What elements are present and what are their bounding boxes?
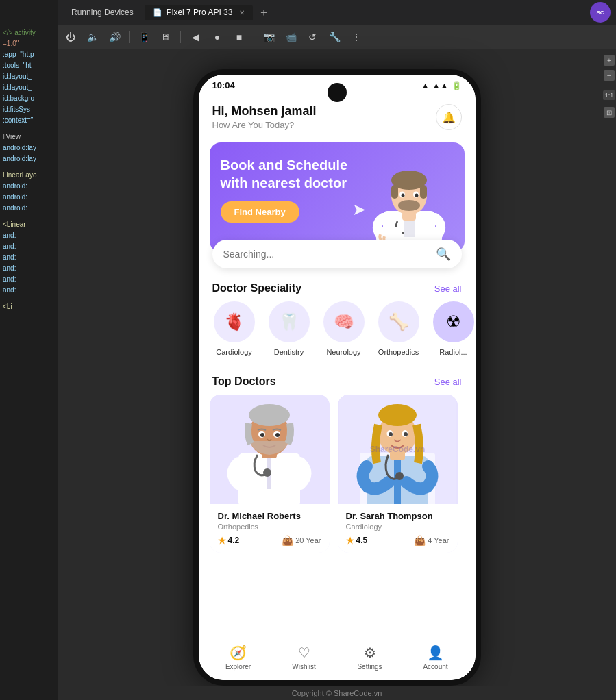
volume-down-button[interactable]: 🔈 bbox=[85, 29, 100, 45]
greeting-sub: How Are You Today? bbox=[212, 120, 317, 130]
search-bar[interactable]: 🔍 bbox=[212, 240, 462, 268]
search-icon[interactable]: 🔍 bbox=[436, 247, 451, 262]
dentistry-label: Dentistry bbox=[274, 348, 304, 356]
fold-button[interactable]: 📱 bbox=[136, 29, 151, 45]
doctor-card-michael[interactable]: Dr. Michael Roberts Orthopedics ★ 4.2 👜 … bbox=[210, 395, 330, 553]
dentistry-icon[interactable]: 🦷 bbox=[269, 301, 310, 342]
unfold-button[interactable]: 🖥 bbox=[158, 29, 173, 45]
doctor-sarah-spec: Cardiology bbox=[346, 523, 449, 531]
svg-rect-13 bbox=[402, 212, 416, 221]
speciality-neurology[interactable]: 🧠 Neurology bbox=[319, 301, 369, 356]
doctor-michael-image bbox=[210, 395, 330, 504]
back-button[interactable]: ◀ bbox=[188, 29, 203, 45]
doctors-see-all[interactable]: See all bbox=[434, 377, 462, 387]
doctor-michael-name: Dr. Michael Roberts bbox=[218, 511, 321, 521]
find-nearby-button[interactable]: Find Nearby bbox=[221, 201, 299, 223]
doctor-sarah-info: Dr. Sarah Thompson Cardiology ★ 4.5 👜 4 … bbox=[338, 504, 458, 553]
recents-button[interactable]: ■ bbox=[232, 29, 247, 45]
doctor-sarah-image: ShareCode.vn bbox=[338, 395, 458, 504]
ide-sidebar: </> activity =1.0" :app="http :tools="ht… bbox=[0, 0, 58, 700]
separator3 bbox=[254, 31, 254, 43]
neurology-icon[interactable]: 🧠 bbox=[323, 301, 365, 342]
greeting-name: Hi, Mohsen jamali bbox=[212, 104, 317, 118]
radiology-icon[interactable]: ☢ bbox=[433, 301, 474, 342]
promo-banner: Book and Schedule with nearest doctor Fi… bbox=[210, 142, 465, 252]
speciality-dentistry[interactable]: 🦷 Dentistry bbox=[264, 301, 314, 356]
speciality-see-all[interactable]: See all bbox=[434, 284, 462, 294]
greeting-section: Hi, Mohsen jamali How Are You Today? bbox=[212, 104, 317, 130]
explorer-icon: 🧭 bbox=[230, 645, 247, 661]
doctor-michael-exp: 👜 20 Year bbox=[282, 535, 321, 546]
settings-nav-label: Settings bbox=[357, 663, 382, 671]
speciality-cardiology[interactable]: 🫀 Cardiology bbox=[210, 301, 259, 356]
tab-add-button[interactable]: ＋ bbox=[258, 5, 269, 20]
power-button[interactable]: ⏻ bbox=[63, 29, 78, 45]
svg-rect-7 bbox=[420, 185, 427, 199]
battery-icon: 🔋 bbox=[452, 81, 462, 90]
video-button[interactable]: 📹 bbox=[283, 29, 298, 45]
wifi-icon: ▲ bbox=[421, 81, 430, 90]
app-content: Hi, Mohsen jamali How Are You Today? 🔔 B… bbox=[199, 93, 476, 680]
status-icons: ▲ ▲▲ 🔋 bbox=[421, 81, 462, 90]
svg-point-36 bbox=[395, 472, 404, 480]
wishlist-icon: ♡ bbox=[298, 645, 310, 661]
radiology-label: Radiol... bbox=[439, 348, 467, 356]
doctors-row: Dr. Michael Roberts Orthopedics ★ 4.2 👜 … bbox=[199, 395, 476, 564]
speciality-section-header: Doctor Speciality See all bbox=[199, 268, 476, 301]
ratio-badge: 1:1 bbox=[603, 90, 616, 100]
sarah-exp-value: 4 Year bbox=[428, 536, 449, 545]
svg-point-19 bbox=[249, 404, 290, 426]
rotate-button[interactable]: ↺ bbox=[305, 29, 320, 45]
home-button[interactable]: ● bbox=[210, 29, 225, 45]
account-icon: 👤 bbox=[427, 645, 444, 661]
volume-up-button[interactable]: 🔊 bbox=[107, 29, 122, 45]
svg-point-22 bbox=[260, 433, 264, 437]
doctor-michael-spec: Orthopedics bbox=[218, 523, 321, 531]
screenshot-button[interactable]: 📷 bbox=[261, 29, 276, 45]
copyright-bar: Copyright © ShareCode.vn bbox=[58, 686, 616, 700]
phone-device: 10:04 ▲ ▲▲ 🔋 Hi, Mohsen jamali How Are Y… bbox=[193, 69, 481, 686]
zoom-in-button[interactable]: + bbox=[604, 55, 615, 66]
orthopedics-label: Orthopedics bbox=[378, 348, 419, 356]
ide-toolbar: ⏻ 🔈 🔊 📱 🖥 ◀ ● ■ 📷 📹 ↺ 🔧 ⋮ bbox=[58, 25, 616, 49]
speciality-radiology[interactable]: ☢ Radiol... bbox=[429, 301, 476, 356]
sarah-rating-value: 4.5 bbox=[356, 536, 368, 545]
svg-point-11 bbox=[402, 194, 405, 197]
more-button[interactable]: ⋮ bbox=[349, 29, 364, 45]
settings-nav-icon: ⚙ bbox=[364, 645, 376, 661]
ide-top-bar: Running Devices 📄 Pixel 7 Pro API 33 ✕ ＋… bbox=[58, 0, 616, 25]
tab-close-icon[interactable]: ✕ bbox=[239, 9, 245, 16]
cardiology-icon[interactable]: 🫀 bbox=[214, 301, 255, 342]
star-icon-2: ★ bbox=[346, 536, 354, 546]
separator bbox=[129, 31, 130, 43]
zoom-out-button[interactable]: − bbox=[604, 70, 615, 81]
settings-button[interactable]: 🔧 bbox=[327, 29, 342, 45]
nav-wishlist[interactable]: ♡ Wishlist bbox=[271, 645, 337, 671]
doctor-michael-info: Dr. Michael Roberts Orthopedics ★ 4.2 👜 … bbox=[210, 504, 330, 553]
search-input[interactable] bbox=[223, 249, 436, 260]
svg-point-23 bbox=[275, 433, 280, 437]
nav-explorer[interactable]: 🧭 Explorer bbox=[206, 645, 271, 671]
doctor-card-sarah[interactable]: ShareCode.vn Dr. Sarah Thompson Cardiolo… bbox=[338, 395, 458, 553]
svg-point-34 bbox=[389, 432, 393, 436]
sharecode-logo: SC bbox=[590, 2, 611, 23]
orthopedics-icon[interactable]: 🦴 bbox=[378, 301, 419, 342]
bell-icon: 🔔 bbox=[442, 111, 456, 124]
svg-point-24 bbox=[263, 468, 271, 477]
doctor-sarah-rating: ★ 4.5 bbox=[346, 536, 368, 546]
pixel7-tab-label: Pixel 7 Pro API 33 bbox=[167, 8, 233, 17]
doctors-title: Top Doctors bbox=[212, 375, 276, 388]
tab-running-devices[interactable]: Running Devices bbox=[63, 5, 142, 20]
notification-button[interactable]: 🔔 bbox=[436, 104, 462, 130]
doctor-sarah-meta: ★ 4.5 👜 4 Year bbox=[346, 535, 449, 546]
michael-exp-value: 20 Year bbox=[295, 536, 321, 545]
star-icon: ★ bbox=[218, 536, 226, 546]
fit-button[interactable]: ⊡ bbox=[604, 107, 615, 118]
bottom-nav: 🧭 Explorer ♡ Wishlist ⚙ Settings 👤 Accou… bbox=[199, 634, 476, 680]
nav-account[interactable]: 👤 Account bbox=[403, 645, 469, 671]
svg-point-12 bbox=[415, 194, 419, 197]
tab-pixel7[interactable]: 📄 Pixel 7 Pro API 33 ✕ bbox=[145, 5, 254, 20]
doctors-section-header: Top Doctors See all bbox=[199, 362, 476, 395]
nav-settings[interactable]: ⚙ Settings bbox=[337, 645, 403, 671]
speciality-orthopedics[interactable]: 🦴 Orthopedics bbox=[374, 301, 423, 356]
